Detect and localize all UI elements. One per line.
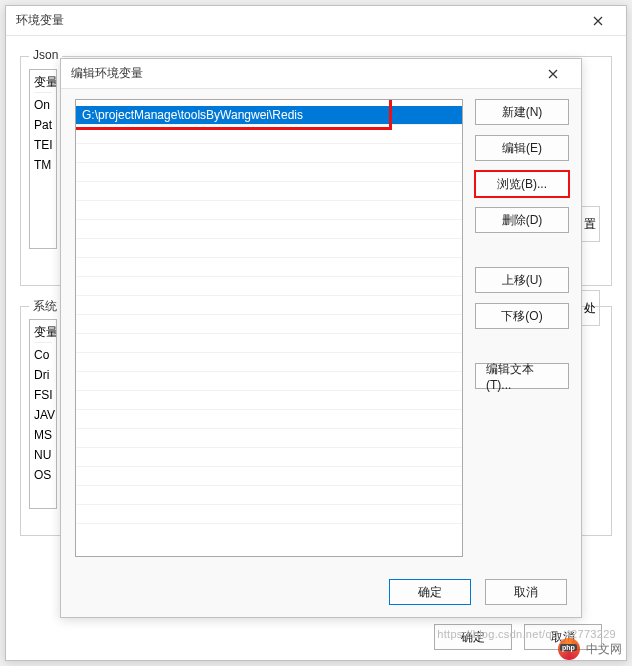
path-row-empty[interactable]	[76, 505, 462, 524]
path-row-empty[interactable]	[76, 163, 462, 182]
list-item[interactable]: Co	[34, 345, 52, 365]
system-vars-list[interactable]: 变量 Co Dri FSI JAV MS NU OS	[29, 319, 57, 509]
path-row-empty[interactable]	[76, 258, 462, 277]
path-row-empty[interactable]	[76, 410, 462, 429]
path-row-empty[interactable]	[76, 201, 462, 220]
path-row-empty[interactable]	[76, 448, 462, 467]
path-row-empty[interactable]	[76, 296, 462, 315]
list-item[interactable]: Dri	[34, 365, 52, 385]
path-list[interactable]: G:\projectManage\toolsByWangwei\Redis	[75, 99, 463, 557]
user-vars-group-label: Json	[29, 48, 62, 62]
dialog-side-buttons: 新建(N) 编辑(E) 浏览(B)... 删除(D) 上移(U) 下移(O) 编…	[475, 99, 569, 557]
side-fragment: 处	[580, 290, 600, 326]
cancel-button[interactable]: 取消	[524, 624, 602, 650]
edit-env-var-dialog: 编辑环境变量 G:\projectManage\toolsByWangwei\R…	[60, 58, 582, 618]
path-row-empty[interactable]	[76, 486, 462, 505]
path-row-empty[interactable]	[76, 467, 462, 486]
user-vars-list[interactable]: 变量 On Pat TEI TM	[29, 69, 57, 249]
path-row-empty[interactable]	[76, 125, 462, 144]
move-down-button[interactable]: 下移(O)	[475, 303, 569, 329]
cancel-button[interactable]: 取消	[485, 579, 567, 605]
list-item[interactable]: On	[34, 95, 52, 115]
dialog-title: 编辑环境变量	[71, 65, 143, 82]
path-row-empty[interactable]	[76, 239, 462, 258]
system-vars-group-label: 系统	[29, 298, 61, 315]
list-item[interactable]: NU	[34, 445, 52, 465]
path-row-empty[interactable]	[76, 144, 462, 163]
path-row-empty[interactable]	[76, 391, 462, 410]
list-item[interactable]: TM	[34, 155, 52, 175]
browse-button[interactable]: 浏览(B)...	[475, 171, 569, 197]
env-vars-titlebar: 环境变量	[6, 6, 626, 36]
list-item[interactable]: FSI	[34, 385, 52, 405]
list-item[interactable]: MS	[34, 425, 52, 445]
path-row-selected[interactable]: G:\projectManage\toolsByWangwei\Redis	[76, 106, 462, 125]
delete-button[interactable]: 删除(D)	[475, 207, 569, 233]
edit-button[interactable]: 编辑(E)	[475, 135, 569, 161]
close-icon[interactable]	[533, 60, 573, 88]
path-row-empty[interactable]	[76, 353, 462, 372]
path-row-empty[interactable]	[76, 334, 462, 353]
col-header: 变量	[34, 322, 52, 343]
ok-button[interactable]: 确定	[434, 624, 512, 650]
path-row-empty[interactable]	[76, 315, 462, 334]
path-row-empty[interactable]	[76, 277, 462, 296]
list-item[interactable]: OS	[34, 465, 52, 485]
path-row-empty[interactable]	[76, 429, 462, 448]
col-header: 变量	[34, 72, 52, 93]
path-row-empty[interactable]	[76, 220, 462, 239]
list-item[interactable]: Pat	[34, 115, 52, 135]
env-vars-title: 环境变量	[16, 12, 64, 29]
list-item[interactable]: JAV	[34, 405, 52, 425]
ok-button[interactable]: 确定	[389, 579, 471, 605]
path-row-empty[interactable]	[76, 182, 462, 201]
dialog-titlebar: 编辑环境变量	[61, 59, 581, 89]
new-button[interactable]: 新建(N)	[475, 99, 569, 125]
close-icon[interactable]	[578, 7, 618, 35]
side-fragment: 置	[580, 206, 600, 242]
dialog-bottom-buttons: 确定 取消	[389, 579, 567, 605]
move-up-button[interactable]: 上移(U)	[475, 267, 569, 293]
path-row-empty[interactable]	[76, 372, 462, 391]
list-item[interactable]: TEI	[34, 135, 52, 155]
env-bottom-buttons: 确定 取消	[434, 624, 602, 650]
edit-text-button[interactable]: 编辑文本(T)...	[475, 363, 569, 389]
